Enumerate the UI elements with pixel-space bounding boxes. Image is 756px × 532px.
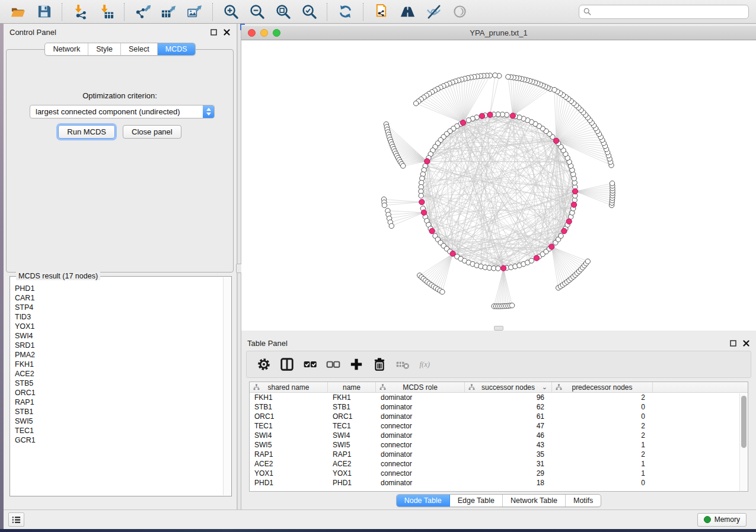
mcds-node[interactable]	[429, 228, 435, 233]
window-minimize-icon[interactable]	[260, 29, 268, 37]
delete-row-icon[interactable]	[369, 354, 390, 375]
network-node[interactable]	[440, 290, 445, 294]
network-node[interactable]	[493, 73, 497, 78]
panel-splitter[interactable]	[237, 24, 241, 509]
list-item[interactable]: PMA2	[15, 350, 219, 360]
network-node[interactable]	[496, 266, 500, 271]
network-node[interactable]	[552, 87, 557, 92]
tab-motifs[interactable]: Motifs	[566, 495, 601, 507]
tab-edge-table[interactable]: Edge Table	[450, 495, 503, 507]
network-node[interactable]	[382, 203, 387, 207]
refresh-icon[interactable]	[334, 2, 356, 22]
mcds-result-list[interactable]: PHD1CAR1STP4TID3YOX1SWI4SRD1PMA2FKH1ACE2…	[15, 284, 219, 492]
list-item[interactable]: TID3	[15, 312, 219, 322]
export-network-icon[interactable]	[132, 2, 153, 22]
mcds-node[interactable]	[510, 113, 515, 118]
mcds-node[interactable]	[549, 244, 554, 249]
list-item[interactable]: YOX1	[15, 322, 219, 331]
hide-selected-icon[interactable]	[423, 2, 444, 22]
table-row[interactable]: PHD1PHD1dominator180	[250, 478, 748, 488]
list-item[interactable]: ORC1	[15, 388, 219, 398]
tab-network[interactable]: Network	[45, 43, 88, 55]
table-row[interactable]: SWI5SWI5connector431	[250, 440, 748, 450]
mcds-node[interactable]	[534, 255, 539, 261]
add-row-icon[interactable]	[346, 354, 366, 375]
table-row[interactable]: TEC1TEC1connector472	[250, 421, 748, 431]
zoom-in-icon[interactable]	[220, 2, 241, 22]
column-header-MCDS-role[interactable]: MCDS role	[376, 382, 465, 392]
clone-network-icon[interactable]	[371, 2, 392, 22]
float-panel-icon[interactable]	[210, 28, 218, 36]
network-node[interactable]	[506, 75, 511, 79]
mcds-node[interactable]	[566, 219, 572, 224]
export-image-icon[interactable]	[184, 2, 205, 22]
network-node[interactable]	[529, 258, 534, 263]
tab-select[interactable]: Select	[121, 43, 158, 55]
mcds-node[interactable]	[572, 188, 578, 194]
network-canvas[interactable]	[241, 40, 756, 331]
table-row[interactable]: STB1STB1dominator620	[250, 402, 748, 412]
list-item[interactable]: SWI5	[15, 416, 219, 426]
list-item[interactable]: CAR1	[15, 293, 219, 303]
window-close-icon[interactable]	[248, 29, 256, 37]
network-graph[interactable]	[241, 40, 756, 331]
memory-button[interactable]: Memory	[697, 513, 747, 527]
close-panel-icon[interactable]	[223, 28, 231, 36]
network-node[interactable]	[401, 164, 406, 168]
mcds-node[interactable]	[479, 113, 484, 118]
network-node[interactable]	[389, 223, 394, 228]
network-node[interactable]	[559, 233, 563, 238]
list-item[interactable]: SRD1	[15, 341, 219, 350]
run-mcds-button[interactable]: Run MCDS	[58, 125, 115, 139]
table-row[interactable]: ACE2ACE2connector311	[250, 459, 748, 469]
select-all-rows-icon[interactable]	[300, 354, 320, 375]
column-header-predecessor-nodes[interactable]: predecessor nodes	[552, 382, 653, 392]
tab-network-table[interactable]: Network Table	[503, 495, 566, 507]
column-header-successor-nodes[interactable]: successor nodes⌄	[465, 382, 552, 392]
open-session-icon[interactable]	[7, 2, 28, 22]
list-item[interactable]: GCR1	[15, 435, 219, 445]
network-node[interactable]	[509, 303, 514, 307]
list-item[interactable]: FKH1	[15, 360, 219, 369]
mcds-node[interactable]	[487, 112, 493, 117]
table-row[interactable]: SWI4SWI4dominator462	[250, 431, 748, 440]
mcds-node[interactable]	[554, 138, 559, 143]
list-item[interactable]: STB1	[15, 407, 219, 416]
result-scrollbar[interactable]	[223, 277, 231, 495]
close-table-panel-icon[interactable]	[742, 339, 750, 347]
list-item[interactable]: TEC1	[15, 426, 219, 435]
list-item[interactable]: ACE2	[15, 369, 219, 379]
list-item[interactable]: STP4	[15, 303, 219, 312]
column-header-shared-name[interactable]: shared name	[250, 382, 328, 392]
tab-node-table[interactable]: Node Table	[397, 495, 450, 507]
task-history-icon[interactable]	[8, 512, 24, 527]
network-bottom-grip[interactable]	[494, 326, 503, 331]
network-node[interactable]	[419, 193, 423, 198]
mcds-node[interactable]	[450, 251, 455, 257]
mcds-node[interactable]	[571, 202, 576, 207]
show-columns-icon[interactable]	[277, 354, 297, 375]
zoom-fit-icon[interactable]	[272, 2, 294, 22]
search-binoculars-icon[interactable]	[397, 2, 418, 22]
list-item[interactable]: STB5	[15, 379, 219, 388]
mcds-node[interactable]	[425, 159, 430, 164]
zoom-out-icon[interactable]	[246, 2, 267, 22]
list-item[interactable]: RAP1	[15, 398, 219, 407]
list-item[interactable]: PHD1	[15, 284, 219, 293]
table-row[interactable]: FKH1FKH1dominator962	[250, 393, 748, 402]
mcds-node[interactable]	[421, 210, 426, 215]
mcds-node[interactable]	[562, 228, 567, 233]
network-window-titlebar[interactable]: YPA_prune.txt_1	[241, 26, 756, 40]
scrollbar-thumb[interactable]	[741, 396, 747, 448]
search-input[interactable]	[594, 8, 744, 16]
mcds-node[interactable]	[419, 200, 425, 205]
network-node[interactable]	[585, 259, 590, 264]
list-item[interactable]: SWI4	[15, 331, 219, 341]
import-network-icon[interactable]	[69, 2, 91, 22]
table-row[interactable]: RAP1RAP1dominator352	[250, 450, 748, 459]
window-maximize-icon[interactable]	[273, 29, 280, 37]
table-row[interactable]: YOX1YOX1connector291	[250, 469, 748, 478]
export-table-icon[interactable]	[158, 2, 179, 22]
zoom-selected-icon[interactable]	[298, 2, 320, 22]
network-node[interactable]	[610, 181, 614, 185]
